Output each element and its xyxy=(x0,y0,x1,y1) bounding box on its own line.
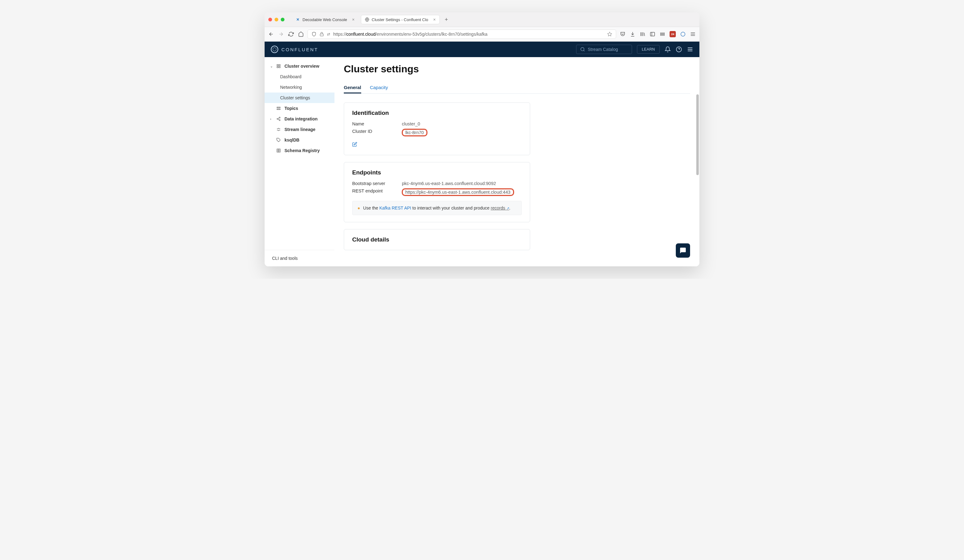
sidebar-item-cluster-settings[interactable]: Cluster settings xyxy=(265,93,334,103)
sidebar-label: Schema Registry xyxy=(285,148,320,153)
svg-rect-1 xyxy=(320,34,324,36)
shield-icon[interactable] xyxy=(311,32,316,37)
forward-button[interactable] xyxy=(278,31,284,37)
sidebar-label: CLI and tools xyxy=(272,256,298,261)
downloads-icon[interactable] xyxy=(630,31,635,37)
hamburger-menu-icon[interactable] xyxy=(690,31,696,37)
name-value: cluster_0 xyxy=(402,122,420,127)
learn-button[interactable]: LEARN xyxy=(637,45,659,54)
kafka-rest-api-link[interactable]: Kafka REST API xyxy=(379,206,411,211)
sidebar-label: Networking xyxy=(280,85,302,90)
tab-title: Decodable Web Console xyxy=(303,17,347,22)
svg-rect-7 xyxy=(277,65,278,66)
help-icon[interactable] xyxy=(676,46,682,52)
app-header: CONFLUENT Stream Catalog LEARN xyxy=(265,42,699,57)
close-tab-icon[interactable]: × xyxy=(433,17,436,22)
table-icon xyxy=(277,148,282,153)
permissions-icon[interactable]: ⇄ xyxy=(327,32,330,36)
browser-tab-confluent[interactable]: Cluster Settings - Confluent Clo × xyxy=(361,15,440,24)
rest-api-info: ● Use the Kafka REST API to interact wit… xyxy=(352,201,522,215)
logo-mark-icon xyxy=(271,45,278,53)
chevron-right-icon: › xyxy=(270,117,273,121)
svg-rect-12 xyxy=(277,109,280,110)
warning-icon: ● xyxy=(357,206,360,211)
sidebar-item-data-integration[interactable]: › Data integration xyxy=(265,114,334,124)
sidebar-item-topics[interactable]: Topics xyxy=(265,103,334,114)
new-tab-button[interactable]: + xyxy=(442,16,451,23)
main-content: Cluster settings General Capacity Identi… xyxy=(334,57,699,266)
ublock-icon[interactable]: 24 xyxy=(669,31,676,37)
chat-fab[interactable] xyxy=(676,243,690,258)
sidebar-item-stream-lineage[interactable]: Stream lineage xyxy=(265,124,334,135)
notifications-icon[interactable] xyxy=(664,46,671,52)
browser-tab-bar: ✕ Decodable Web Console × Cluster Settin… xyxy=(265,12,699,27)
svg-point-5 xyxy=(581,47,584,51)
card-heading: Endpoints xyxy=(352,169,522,176)
tab-capacity[interactable]: Capacity xyxy=(370,82,388,93)
page-title: Cluster settings xyxy=(344,63,690,75)
svg-rect-10 xyxy=(279,67,280,68)
barcode-icon[interactable] xyxy=(659,31,665,37)
browser-toolbar: ⇄ https://confluent.cloud/environments/e… xyxy=(265,27,699,42)
reload-button[interactable] xyxy=(288,31,294,37)
tag-icon xyxy=(277,138,282,142)
back-button[interactable] xyxy=(268,31,274,37)
sidebar-item-ksqldb[interactable]: ksqlDB xyxy=(265,135,334,145)
bookmark-star-icon[interactable] xyxy=(607,32,612,37)
search-placeholder: Stream Catalog xyxy=(588,47,618,52)
pocket-icon[interactable] xyxy=(620,31,625,37)
svg-rect-3 xyxy=(650,32,655,36)
settings-tabs: General Capacity xyxy=(344,82,690,94)
card-heading: Identification xyxy=(352,110,522,117)
share-icon xyxy=(277,117,282,121)
library-icon[interactable] xyxy=(640,31,645,37)
svg-point-13 xyxy=(279,117,280,118)
cluster-id-label: Cluster ID xyxy=(352,129,389,136)
browser-tab-decodable[interactable]: ✕ Decodable Web Console × xyxy=(292,15,358,24)
lock-icon[interactable] xyxy=(319,32,324,36)
close-window-button[interactable] xyxy=(268,18,272,21)
sidebar-item-cluster-overview[interactable]: ⌄ Cluster overview xyxy=(265,61,334,71)
identification-card: Identification Name cluster_0 Cluster ID… xyxy=(344,102,530,155)
tab-title: Cluster Settings - Confluent Clo xyxy=(372,17,428,22)
tab-general[interactable]: General xyxy=(344,82,361,93)
card-heading: Cloud details xyxy=(352,236,522,243)
extension-icon[interactable] xyxy=(680,31,686,37)
address-bar[interactable]: ⇄ https://confluent.cloud/environments/e… xyxy=(308,29,616,39)
sidebar: ⌄ Cluster overview Dashboard Networking … xyxy=(265,57,334,266)
sidebar-item-networking[interactable]: Networking xyxy=(265,82,334,93)
svg-point-4 xyxy=(681,32,685,36)
name-label: Name xyxy=(352,122,389,127)
external-link-icon: ↗ xyxy=(506,206,509,210)
close-tab-icon[interactable]: × xyxy=(352,17,355,22)
svg-point-14 xyxy=(277,118,278,120)
stream-catalog-search[interactable]: Stream Catalog xyxy=(576,45,632,54)
scrollbar-thumb[interactable] xyxy=(696,94,699,175)
sidebar-label: Data integration xyxy=(285,117,318,122)
app-menu-icon[interactable] xyxy=(687,46,693,52)
rest-endpoint-value: https://pkc-4nym6.us-east-1.aws.confluen… xyxy=(402,188,514,196)
info-text-mid: to interact with your cluster and produc… xyxy=(412,206,491,211)
grid-icon xyxy=(277,64,282,68)
url-text: https://confluent.cloud/environments/env… xyxy=(333,32,604,37)
sidebar-label: Stream lineage xyxy=(285,127,316,132)
chevron-down-icon: ⌄ xyxy=(270,65,273,68)
svg-point-15 xyxy=(279,120,280,121)
records-link[interactable]: records ↗ xyxy=(491,206,509,211)
svg-rect-8 xyxy=(279,65,280,66)
edit-icon[interactable] xyxy=(352,142,357,147)
maximize-window-button[interactable] xyxy=(281,18,285,21)
minimize-window-button[interactable] xyxy=(275,18,278,21)
flow-icon xyxy=(277,127,282,131)
sidebar-item-dashboard[interactable]: Dashboard xyxy=(265,71,334,82)
favicon-globe-icon xyxy=(365,17,369,22)
traffic-lights xyxy=(268,18,285,21)
list-icon xyxy=(277,106,282,110)
sidebar-item-schema-registry[interactable]: Schema Registry xyxy=(265,145,334,156)
cluster-id-value: lkc-8rn70 xyxy=(402,129,427,136)
home-button[interactable] xyxy=(298,31,304,37)
sidebar-cli-tools[interactable]: CLI and tools xyxy=(265,250,334,266)
sidebar-label: Topics xyxy=(285,106,298,111)
confluent-logo[interactable]: CONFLUENT xyxy=(271,45,318,53)
sidebar-icon[interactable] xyxy=(650,31,655,37)
